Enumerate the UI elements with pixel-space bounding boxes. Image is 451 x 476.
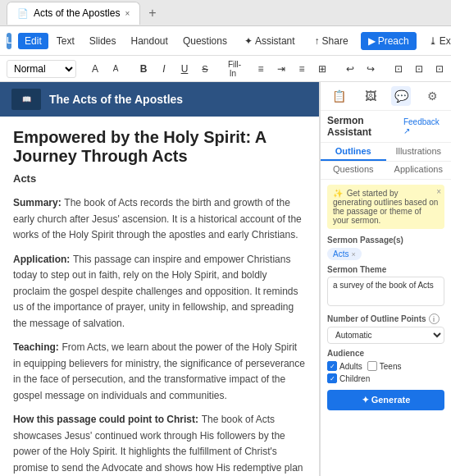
browser-chrome: 📄 Acts of the Apostles × +: [0, 0, 451, 26]
fill-in-button[interactable]: Fill-In: [224, 58, 242, 80]
adults-label: Adults: [339, 362, 362, 371]
assistant-body: ✨ Get started by generating outlines bas…: [321, 180, 451, 476]
outline-points-label: Number of Outline Points: [327, 314, 426, 323]
browser-tab[interactable]: 📄 Acts of the Apostles ×: [7, 2, 140, 25]
passage-tag-container: Acts ×: [327, 247, 444, 260]
audience-label: Audience: [327, 349, 444, 358]
more-button[interactable]: ⊡: [430, 62, 449, 76]
doc-section-summary: Summary: The book of Acts records the bi…: [13, 195, 306, 243]
tab-favicon: 📄: [17, 8, 29, 19]
tab-questions[interactable]: Questions: [321, 161, 386, 179]
tab-outlines[interactable]: Outlines: [321, 143, 386, 161]
doc-header-strip: 📖 The Acts of the Apostles: [0, 82, 319, 117]
children-checkbox[interactable]: ✓: [327, 373, 337, 383]
passage-tag-text: Acts: [333, 249, 348, 259]
menu-edit[interactable]: Edit: [18, 33, 48, 49]
menu-handout[interactable]: Handout: [125, 33, 175, 49]
italic-button[interactable]: I: [155, 62, 173, 76]
image-button[interactable]: ⊡: [390, 62, 408, 76]
tab-title: Acts of the Apostles: [34, 7, 120, 19]
generate-hint: ✨ Get started by generating outlines bas…: [327, 185, 444, 229]
underline-button[interactable]: U: [175, 62, 194, 76]
panel-chat-icon[interactable]: 💬: [391, 86, 411, 106]
panel-image-icon[interactable]: 🖼: [361, 86, 380, 106]
app-toolbar: L Edit Text Slides Handout Questions ✦ A…: [0, 26, 451, 56]
sermon-theme-input[interactable]: a survey of the book of Acts: [327, 277, 444, 306]
teaching-label: Teaching:: [13, 341, 59, 353]
audience-row-2: ✓ Children: [327, 373, 444, 383]
menu-bar: Edit Text Slides Handout Questions: [18, 33, 234, 49]
list-button[interactable]: ≡: [252, 62, 270, 76]
document-panel: 📖 The Acts of the Apostles Empowered by …: [0, 82, 320, 476]
preach-label: Preach: [378, 35, 409, 47]
doc-book-title: Acts: [13, 172, 306, 185]
assistant-icon: ✦: [244, 35, 253, 47]
indent-button[interactable]: ⇥: [272, 62, 290, 76]
outline-points-info-icon[interactable]: i: [429, 314, 440, 324]
assistant-header: Sermon Assistant Feedback ↗: [321, 111, 451, 143]
passage-tag-remove[interactable]: ×: [351, 250, 355, 259]
panel-icon-bar: 📋 🖼 💬 ⚙: [321, 82, 451, 111]
share-button[interactable]: ↑ Share: [308, 32, 356, 50]
passage-tag: Acts ×: [327, 248, 362, 260]
theme-label: Sermon Theme: [327, 265, 444, 274]
assistant-tab-bar-2: Questions Applications: [321, 161, 451, 180]
table-button[interactable]: ⊞: [313, 62, 331, 76]
font-size-up-btn[interactable]: A: [86, 62, 104, 76]
export-button[interactable]: ⤓ Export: [421, 32, 451, 50]
tab-close-btn[interactable]: ×: [125, 9, 130, 18]
assistant-tab-bar: Outlines Illustrations: [321, 143, 451, 162]
preach-icon: ▶: [368, 35, 376, 47]
share-label: Share: [322, 35, 348, 47]
doc-section-teaching: Teaching: From Acts, we learn about the …: [13, 339, 306, 403]
export-label: Export: [440, 35, 451, 47]
new-tab-button[interactable]: +: [148, 6, 156, 21]
tab-applications[interactable]: Applications: [386, 161, 452, 179]
style-dropdown[interactable]: Normal Heading 1 Heading 2: [7, 60, 76, 78]
doc-section-application: Application: This passage can inspire an…: [13, 251, 306, 332]
tab-illustrations[interactable]: Illustrations: [386, 143, 452, 161]
teens-label: Teens: [380, 362, 402, 371]
teens-checkbox-group: Teens: [367, 361, 402, 371]
assistant-button[interactable]: ✦ Assistant: [237, 32, 303, 50]
adults-checkbox-group: ✓ Adults: [327, 361, 362, 371]
panel-clipboard-icon[interactable]: 📋: [330, 86, 349, 106]
bold-button[interactable]: B: [134, 62, 153, 76]
menu-slides[interactable]: Slides: [83, 33, 123, 49]
doc-header-title: The Acts of the Apostles: [49, 93, 183, 106]
assistant-title: Sermon Assistant: [327, 115, 403, 138]
format-toolbar: Normal Heading 1 Heading 2 A A B I U S F…: [0, 56, 451, 82]
strikethrough-button[interactable]: S: [196, 62, 214, 76]
doc-main-title: Empowered by the Holy Spirit: A Journey …: [13, 128, 306, 166]
shape-button[interactable]: ⊡: [410, 62, 428, 76]
font-size-down-btn[interactable]: A: [107, 62, 125, 75]
audience-section: ✓ Adults Teens ✓ Children: [327, 361, 444, 383]
hint-icon: ✨: [333, 189, 343, 198]
teens-checkbox[interactable]: [367, 361, 377, 371]
hint-text: Get started by generating outlines based…: [333, 189, 438, 225]
sermon-assistant-panel: 📋 🖼 💬 ⚙ Sermon Assistant Feedback ↗ Outl…: [320, 82, 451, 476]
hint-close-button[interactable]: ×: [436, 187, 441, 196]
feedback-link[interactable]: Feedback ↗: [403, 117, 444, 135]
doc-thumbnail: 📖: [11, 89, 41, 110]
audience-row-1: ✓ Adults Teens: [327, 361, 444, 371]
redo-button[interactable]: ↪: [362, 62, 380, 76]
align-button[interactable]: ≡: [293, 62, 311, 76]
undo-button[interactable]: ↩: [341, 62, 359, 76]
preach-button[interactable]: ▶ Preach: [361, 32, 417, 50]
christ-label: How this passage could point to Christ:: [13, 414, 198, 425]
toolbar-right: ✦ Assistant ↑ Share ▶ Preach ⤓ Export 🖨 …: [237, 32, 451, 50]
children-label: Children: [339, 374, 370, 383]
menu-text[interactable]: Text: [50, 33, 81, 49]
panel-settings-icon[interactable]: ⚙: [422, 86, 442, 106]
doc-section-christ: How this passage could point to Christ: …: [13, 411, 306, 476]
generate-button[interactable]: ✦ Generate: [327, 390, 444, 410]
adults-checkbox[interactable]: ✓: [327, 361, 337, 371]
assistant-label: Assistant: [255, 35, 295, 47]
outline-points-select[interactable]: Automatic 3 4 5: [327, 327, 444, 344]
children-checkbox-group: ✓ Children: [327, 373, 370, 383]
menu-questions[interactable]: Questions: [176, 33, 234, 49]
main-layout: 📖 The Acts of the Apostles Empowered by …: [0, 82, 451, 476]
app-logo: L: [7, 33, 11, 49]
passage-label: Sermon Passage(s): [327, 236, 444, 245]
